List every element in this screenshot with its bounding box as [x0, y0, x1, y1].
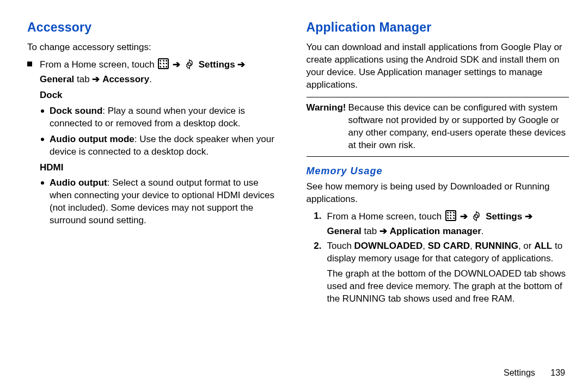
accessory-intro: To change accessory settings:	[27, 41, 282, 54]
step-item: 2. Touch DOWNLOADED, SD CARD, RUNNING, o…	[307, 240, 569, 265]
step-body: From a Home screen, touch ➔ Settings ➔ G…	[327, 210, 569, 238]
left-column: Accessory To change accessory settings: …	[27, 19, 298, 381]
warning-body: Because this device can be configured wi…	[348, 102, 569, 152]
gear-icon	[184, 59, 195, 74]
heading-accessory: Accessory	[27, 19, 282, 36]
dock-sound-label: Dock sound	[50, 106, 102, 116]
step1-dest: Application manager	[390, 226, 481, 236]
apps-grid-icon	[158, 58, 169, 69]
app-manager-intro: You can download and install application…	[307, 41, 569, 91]
period: .	[149, 74, 152, 84]
bullet-item: Audio output mode: Use the dock speaker …	[40, 133, 282, 158]
step1-tab-suffix: tab	[362, 226, 377, 236]
apps-grid-icon	[445, 210, 456, 221]
arrow-icon: ➔	[460, 211, 468, 222]
step-item: 1. From a Home screen, touch ➔ Settings …	[307, 210, 569, 238]
arrow-icon: ➔	[525, 211, 532, 222]
nav-tab-suffix: tab	[74, 74, 89, 84]
gear-icon	[471, 211, 482, 225]
comma: ,	[422, 241, 427, 251]
step-body: Touch DOWNLOADED, SD CARD, RUNNING, or A…	[327, 240, 569, 265]
step2-running: RUNNING	[475, 241, 518, 251]
nav-prefix: From a Home screen, touch	[40, 59, 155, 70]
step2-prefix: Touch	[327, 241, 354, 251]
nav-tab-label: General	[40, 74, 74, 84]
warning-box: Warning! Because this device can be conf…	[307, 97, 569, 157]
page-footer: Settings 139	[504, 367, 565, 379]
step-extra-text: The graph at the bottom of the DOWNLOADE…	[327, 268, 569, 305]
bullet-body: Audio output mode: Use the dock speaker …	[50, 133, 282, 158]
memory-usage-intro: See how memory is being used by Download…	[307, 181, 569, 206]
right-column: Application Manager You can download and…	[298, 19, 569, 381]
arrow-icon: ➔	[173, 59, 180, 70]
disc-bullet-icon	[41, 138, 44, 141]
subheading-memory-usage: Memory Usage	[307, 164, 569, 177]
step2-downloaded: DOWNLOADED	[354, 241, 423, 251]
bullet-item: Dock sound: Play a sound when your devic…	[40, 105, 282, 130]
arrow-icon: ➔	[237, 59, 245, 70]
nav-list-item: From a Home screen, touch ➔ Settings ➔ G…	[27, 58, 282, 230]
step-number: 2.	[307, 240, 322, 265]
numbered-steps: 1. From a Home screen, touch ➔ Settings …	[307, 210, 569, 306]
step2-all: ALL	[534, 241, 552, 251]
arrow-icon: ➔	[379, 226, 387, 236]
audio-output-mode-label: Audio output mode	[50, 134, 134, 144]
bullet-item: Audio output: Select a sound output form…	[40, 177, 282, 227]
footer-section: Settings	[504, 368, 535, 377]
disc-bullet-icon	[41, 109, 44, 113]
arrow-icon: ➔	[92, 74, 100, 84]
svg-point-3	[475, 215, 478, 217]
nav-settings-label: Settings	[199, 59, 235, 70]
comma: ,	[470, 241, 475, 251]
square-bullet-icon	[27, 62, 32, 66]
page: Accessory To change accessory settings: …	[0, 0, 588, 392]
step-number: 1.	[307, 210, 322, 238]
warning-label: Warning!	[307, 102, 346, 152]
step2-sdcard: SD CARD	[428, 241, 470, 251]
dock-bullets: Dock sound: Play a sound when your devic…	[40, 105, 282, 158]
comma: , or	[518, 241, 534, 251]
step1-tab: General	[327, 226, 362, 236]
nav-item-body: From a Home screen, touch ➔ Settings ➔ G…	[40, 58, 282, 230]
bullet-body: Dock sound: Play a sound when your devic…	[50, 105, 282, 130]
footer-page-number: 139	[550, 368, 565, 377]
step1-prefix: From a Home screen, touch	[327, 211, 442, 222]
dock-subheading: Dock	[40, 89, 282, 102]
disc-bullet-icon	[41, 181, 44, 185]
svg-point-1	[188, 63, 191, 65]
hdmi-bullets: Audio output: Select a sound output form…	[40, 177, 282, 227]
nav-dest-label: Accessory	[102, 74, 149, 84]
bullet-body: Audio output: Select a sound output form…	[50, 177, 282, 227]
accessory-nav-block: From a Home screen, touch ➔ Settings ➔ G…	[27, 58, 282, 230]
heading-app-manager: Application Manager	[307, 19, 569, 36]
period: .	[481, 226, 484, 236]
audio-output-label: Audio output	[50, 177, 107, 188]
step1-settings: Settings	[486, 211, 522, 222]
hdmi-subheading: HDMI	[40, 162, 282, 174]
